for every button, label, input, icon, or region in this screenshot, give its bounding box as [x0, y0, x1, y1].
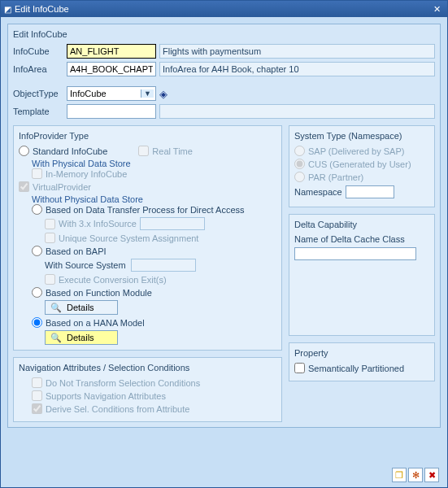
bapi-radio[interactable]	[32, 246, 42, 256]
infocube-label: InfoCube	[13, 46, 63, 56]
hana-label: Based on a HANA Model	[46, 318, 145, 328]
infoprovider-type-group: InfoProvider Type Standard InfoCube Real…	[13, 125, 282, 351]
unique-label: Unique Source System Assignment	[59, 233, 198, 243]
footer-buttons: ❐ ✻ ✖	[392, 468, 439, 482]
sp-check[interactable]	[294, 363, 305, 373]
cus-label: CUS (Generated by User)	[308, 159, 411, 169]
nophys-label: Without Physical Data Store	[32, 194, 276, 204]
delta-group: Delta Capability Name of Delta Cache Cla…	[289, 214, 435, 336]
withss-label: With Source System	[45, 260, 126, 270]
panel-title: Edit InfoCube	[13, 29, 435, 39]
w3x-label: With 3.x InfoSource	[59, 219, 137, 229]
systype-title: System Type (Namespace)	[294, 131, 429, 141]
close-icon[interactable]: ✕	[430, 4, 444, 15]
standard-label: Standard InfoCube	[33, 146, 107, 156]
realtime-check	[138, 146, 149, 156]
fm-details-label: Details	[67, 303, 94, 312]
infoarea-input[interactable]	[67, 62, 156, 76]
window-title: Edit InfoCube	[15, 4, 69, 14]
par-radio	[294, 172, 305, 182]
par-label: PAR (Partner)	[308, 172, 363, 182]
der-label: Derive Sel. Conditions from Attribute	[46, 404, 189, 414]
property-group: Property Semantically Partitioned	[289, 342, 435, 381]
w3x-input	[140, 217, 205, 230]
hana-details-button[interactable]: 🔍 Details	[45, 330, 118, 345]
dnt-check	[32, 377, 42, 388]
content-area: Edit InfoCube InfoCube InfoArea ObjectTy…	[1, 17, 447, 434]
delta-input[interactable]	[294, 247, 416, 260]
virtual-label: VirtualProvider	[33, 182, 91, 192]
phys-label: With Physical Data Store	[32, 159, 276, 168]
hana-radio[interactable]	[32, 317, 42, 328]
ns-label: Namespace	[294, 187, 342, 197]
infoarea-label: InfoArea	[13, 64, 63, 74]
bapi-label: Based on BAPI	[46, 246, 107, 256]
system-type-group: System Type (Namespace) SAP (Delivered b…	[289, 125, 435, 207]
copy-button[interactable]: ❐	[392, 468, 407, 482]
objecttype-label: ObjectType	[13, 89, 63, 98]
dnt-label: Do Not Transform Selection Conditions	[46, 378, 200, 388]
exec-label: Execute Conversion Exit(s)	[59, 275, 167, 285]
search-icon: 🔍	[50, 333, 62, 343]
dtp-label: Based on Data Transfer Process for Direc…	[46, 205, 245, 215]
title-bar: ◩ Edit InfoCube ✕	[1, 1, 447, 17]
cus-radio	[294, 159, 305, 169]
objecttype-select[interactable]: InfoCube ▼	[67, 86, 156, 101]
withss-input	[131, 259, 196, 272]
w3x-check	[45, 219, 55, 229]
prop-title: Property	[294, 348, 429, 358]
ipt-title: InfoProvider Type	[19, 131, 276, 141]
template-input[interactable]	[67, 104, 156, 119]
infocube-input[interactable]	[67, 44, 156, 59]
objecttype-value: InfoCube	[70, 89, 107, 98]
sp-label: Semantically Partitioned	[308, 364, 404, 373]
create-button[interactable]: ✻	[408, 468, 423, 482]
sap-label: SAP (Delivered by SAP)	[308, 146, 404, 156]
ns-input[interactable]	[346, 185, 394, 198]
fm-radio[interactable]	[32, 287, 42, 298]
template-label: Template	[13, 107, 63, 116]
nav-title: Navigation Attributes / Selection Condit…	[19, 363, 276, 373]
hana-details-label: Details	[67, 333, 94, 342]
main-panel: Edit InfoCube InfoCube InfoArea ObjectTy…	[7, 24, 441, 428]
cube-icon: ◈	[159, 88, 167, 100]
dtp-radio[interactable]	[32, 204, 42, 215]
inmem-check	[32, 168, 42, 179]
infoarea-desc[interactable]	[159, 62, 435, 76]
inmem-label: In-Memory InfoCube	[46, 169, 127, 179]
sap-radio	[294, 146, 305, 156]
nav-attr-group: Navigation Attributes / Selection Condit…	[13, 357, 282, 422]
infocube-desc[interactable]	[159, 44, 435, 59]
template-desc[interactable]	[159, 104, 435, 119]
unique-check	[45, 233, 55, 243]
window-icon: ◩	[4, 5, 11, 14]
chevron-down-icon: ▼	[141, 89, 154, 98]
standard-radio[interactable]	[19, 146, 29, 156]
fm-label: Based on Function Module	[46, 288, 152, 298]
delta-name-label: Name of Delta Cache Class	[294, 234, 429, 244]
dialog-window: ◩ Edit InfoCube ✕ Edit InfoCube InfoCube…	[0, 0, 448, 488]
delta-title: Delta Capability	[294, 220, 429, 229]
sna-check	[32, 390, 42, 401]
search-icon: 🔍	[50, 303, 62, 313]
sna-label: Supports Navigation Attributes	[46, 391, 166, 401]
fm-details-button[interactable]: 🔍 Details	[45, 300, 118, 315]
exec-check	[45, 274, 55, 285]
der-check	[32, 403, 42, 414]
realtime-label: Real Time	[152, 146, 193, 156]
cancel-button[interactable]: ✖	[424, 468, 439, 482]
virtual-check	[19, 181, 29, 192]
